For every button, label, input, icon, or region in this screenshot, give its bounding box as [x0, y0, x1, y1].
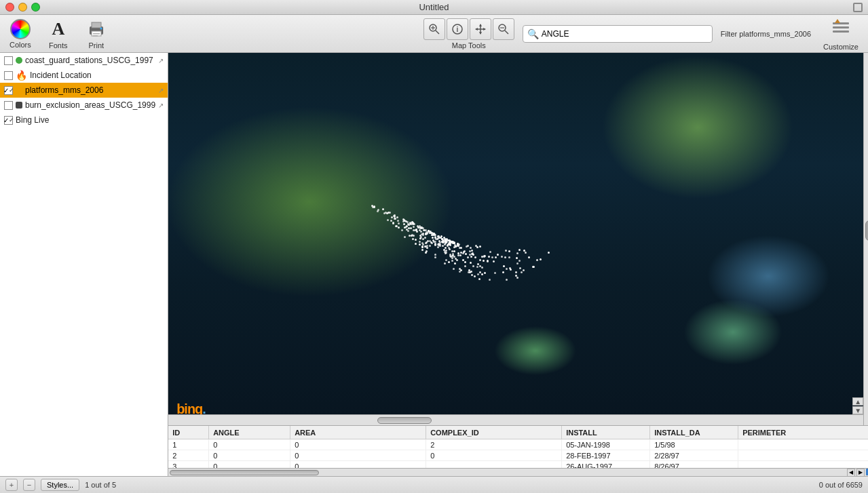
titlebar: Untitled — [0, 0, 868, 15]
customize-button[interactable]: Customize — [819, 14, 863, 54]
search-icon: 🔍 — [527, 28, 539, 39]
add-layer-button[interactable]: + — [5, 479, 18, 491]
table-row[interactable]: 1 0 0 2 05-JAN-1998 1/5/98 — [168, 439, 868, 450]
zoom-in-button[interactable]: ▲ — [852, 397, 863, 406]
zoom-controls: ▲ ▼ — [852, 397, 863, 414]
close-button[interactable] — [5, 3, 14, 12]
layer-name-burn: burn_exclusion_areas_USCG_1999 — [25, 100, 155, 110]
window-title: Untitled — [419, 2, 449, 12]
map-tool-zoom[interactable] — [423, 18, 445, 40]
svg-marker-14 — [475, 28, 478, 31]
colors-button[interactable]: Colors — [5, 16, 35, 52]
td-complex-2: 0 — [426, 450, 562, 460]
search-input[interactable] — [542, 29, 708, 39]
td-angle-1: 0 — [209, 439, 290, 450]
main-content: coast_guard_stations_USCG_1997 ↗ 🔥 Incid… — [0, 53, 868, 476]
print-icon — [86, 18, 107, 40]
layer-checkbox-incident[interactable] — [4, 71, 13, 80]
map-scrollbar[interactable]: ▲ ▼ — [863, 53, 868, 425]
svg-marker-13 — [479, 32, 482, 35]
layer-item-bing[interactable]: ✓ Bing Live — [0, 113, 168, 127]
table-hscroll-thumb[interactable] — [170, 470, 319, 475]
td-install-1: 05-JAN-1998 — [562, 439, 650, 450]
horizontal-scroll-thumb[interactable] — [377, 417, 432, 424]
map-tool-info[interactable]: i — [447, 18, 468, 40]
svg-rect-21 — [833, 31, 849, 33]
map-bottom-scrollbar[interactable] — [168, 414, 863, 425]
layer-item-platforms[interactable]: ✓ platforms_mms_2006 ↗ — [0, 83, 168, 98]
svg-line-17 — [505, 31, 508, 34]
table-scroll-right[interactable]: ▶ — [856, 469, 865, 477]
customize-label: Customize — [823, 43, 858, 51]
map-tool-zoom-out[interactable] — [493, 18, 514, 40]
layer-name-incident: Incident Location — [30, 71, 164, 80]
svg-marker-12 — [479, 24, 482, 26]
print-label: Print — [88, 41, 104, 50]
remove-layer-button[interactable]: − — [23, 479, 35, 491]
td-area-2: 0 — [290, 450, 426, 460]
map-tool-pan[interactable] — [470, 18, 491, 40]
platforms-cluster — [345, 195, 562, 290]
map-tools-group: i Map Tools — [423, 18, 514, 50]
scrollbar-track — [865, 54, 868, 424]
td-id-1: 1 — [168, 439, 209, 450]
search-bar[interactable]: 🔍 — [523, 25, 713, 43]
layer-checkbox-platforms[interactable]: ✓ — [4, 86, 13, 95]
layer-name-platforms: platforms_mms_2006 — [25, 85, 155, 95]
window-controls[interactable] — [5, 3, 40, 12]
td-install-da-1: 1/5/98 — [650, 439, 738, 450]
td-perimeter-2 — [738, 450, 868, 460]
maximize-button[interactable] — [31, 3, 40, 12]
filter-label: Filter platforms_mms_2006 — [721, 30, 811, 38]
minimize-button[interactable] — [18, 3, 27, 12]
table-header: ID ANGLE AREA COMPLEX_ID INSTALL INSTALL… — [168, 426, 868, 439]
zoom-out-button[interactable]: ▼ — [852, 406, 863, 414]
layer-checkbox-coast-guard[interactable] — [4, 56, 13, 65]
svg-text:i: i — [456, 26, 458, 33]
table-scroll-bar[interactable]: ◀ ▶ — [168, 468, 868, 476]
sidebar: coast_guard_stations_USCG_1997 ↗ 🔥 Incid… — [0, 53, 168, 476]
layer-icon-incident: 🔥 — [16, 70, 27, 81]
print-button[interactable]: Print — [81, 16, 111, 52]
map-tools-label: Map Tools — [452, 41, 486, 50]
th-id: ID — [168, 426, 209, 439]
layer-name-coast-guard: coast_guard_stations_USCG_1997 — [25, 56, 155, 65]
map-canvas: bing. — [168, 53, 868, 425]
map-area[interactable]: bing. ▲ ▼ 2,216 — [168, 53, 868, 425]
svg-marker-15 — [483, 28, 486, 31]
layer-arrow-platforms: ↗ — [158, 87, 164, 94]
th-install-da: INSTALL_DA — [650, 426, 738, 439]
styles-button[interactable]: Styles... — [41, 479, 79, 491]
layer-dot-platforms — [16, 87, 22, 94]
td-perimeter-3 — [738, 461, 868, 468]
td-id-3: 3 — [168, 461, 209, 468]
td-angle-3: 0 — [209, 461, 290, 468]
table-body: 1 0 0 2 05-JAN-1998 1/5/98 2 0 0 0 28-FE… — [168, 439, 868, 468]
td-install-da-3: 8/26/97 — [650, 461, 738, 468]
colors-icon — [10, 19, 31, 39]
table-scroll-left[interactable]: ◀ — [847, 469, 855, 477]
svg-rect-20 — [833, 26, 849, 28]
td-install-2: 28-FEB-1997 — [562, 450, 650, 460]
layer-item-burn[interactable]: burn_exclusion_areas_USCG_1999 ↗ — [0, 98, 168, 113]
fonts-button[interactable]: A Fonts — [43, 16, 73, 52]
td-id-2: 2 — [168, 450, 209, 460]
row-count: 0 out of 6659 — [819, 481, 863, 489]
td-install-da-2: 2/28/97 — [650, 450, 738, 460]
td-perimeter-1 — [738, 439, 868, 450]
layer-name-bing: Bing Live — [16, 115, 164, 125]
layer-item-incident[interactable]: 🔥 Incident Location — [0, 68, 168, 83]
customize-icon — [831, 17, 851, 41]
layer-checkbox-bing[interactable]: ✓ — [4, 116, 13, 125]
map-main: bing. ▲ ▼ 2,216 ID — [168, 53, 868, 476]
fonts-label: Fonts — [49, 41, 68, 50]
scrollbar-thumb[interactable] — [865, 220, 868, 241]
table-row[interactable]: 2 0 0 0 28-FEB-1997 2/28/97 — [168, 450, 868, 461]
svg-line-7 — [436, 31, 439, 34]
table-row[interactable]: 3 0 0 26-AUG-1997 8/26/97 — [168, 461, 868, 468]
td-install-3: 26-AUG-1997 — [562, 461, 650, 468]
layer-arrow-burn: ↗ — [158, 102, 164, 109]
th-perimeter: PERIMETER — [738, 426, 868, 439]
layer-item-coast-guard[interactable]: coast_guard_stations_USCG_1997 ↗ — [0, 53, 168, 68]
layer-checkbox-burn[interactable] — [4, 101, 13, 110]
